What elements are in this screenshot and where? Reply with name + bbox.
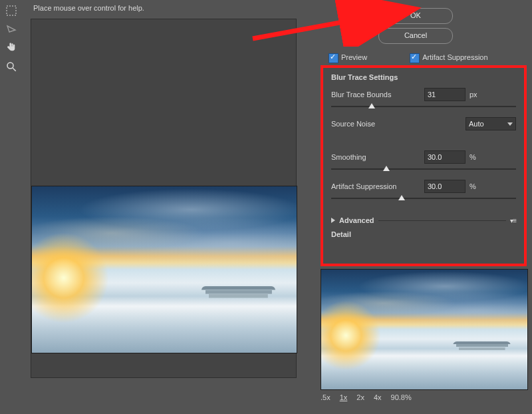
- right-panel: OK Cancel Preview Artifact Suppression B…: [299, 0, 532, 414]
- smoothing-label: Smoothing: [331, 153, 424, 161]
- zoom-100[interactable]: 1x: [340, 393, 348, 401]
- zoom-50[interactable]: .5x: [321, 393, 331, 401]
- left-toolbar: [0, 0, 23, 414]
- svg-rect-0: [7, 6, 16, 15]
- suppression-row: Artifact Suppression 30.0 %: [331, 180, 516, 193]
- chevron-down-icon: [507, 122, 513, 126]
- smoothing-row: Smoothing 30.0 %: [331, 150, 516, 164]
- bounds-slider[interactable]: [331, 103, 516, 110]
- smoothing-unit: %: [469, 153, 485, 161]
- hand-tool-icon[interactable]: [3, 40, 19, 56]
- bounds-input[interactable]: 31: [424, 88, 466, 101]
- zoom-bar: .5x 1x 2x 4x 90.8%: [321, 391, 527, 403]
- checkbox-icon: [329, 53, 338, 63]
- preview-checkbox-label: Preview: [341, 53, 367, 61]
- zoom-400[interactable]: 4x: [374, 393, 382, 401]
- panel-menu-icon[interactable]: ▾≡: [510, 217, 516, 224]
- advanced-label: Advanced: [339, 216, 374, 224]
- smoothing-input[interactable]: 30.0: [424, 150, 466, 164]
- preview-image: [31, 186, 297, 353]
- advanced-row[interactable]: Advanced ▾≡: [331, 214, 516, 226]
- ok-button[interactable]: OK: [378, 8, 453, 24]
- help-bar: Place mouse over control for help.: [31, 4, 297, 15]
- zoom-tool-icon[interactable]: [3, 59, 19, 75]
- bounds-label: Blur Trace Bounds: [331, 91, 424, 99]
- marquee-tool-icon[interactable]: [3, 3, 19, 19]
- checkbox-icon: [410, 53, 420, 63]
- preview-checkbox[interactable]: Preview: [326, 53, 367, 63]
- preview-area[interactable]: [31, 19, 297, 378]
- triangle-right-icon: [331, 218, 335, 223]
- noise-label: Source Noise: [331, 120, 424, 128]
- noise-row: Source Noise Auto: [331, 117, 516, 130]
- bounds-row: Blur Trace Bounds 31 px: [331, 88, 516, 101]
- suppression-slider[interactable]: [331, 194, 516, 202]
- smoothing-slider[interactable]: [331, 165, 516, 173]
- cancel-button[interactable]: Cancel: [378, 28, 453, 44]
- detail-title: Detail: [331, 230, 516, 238]
- blur-trace-settings-panel: Blur Trace Settings Blur Trace Bounds 31…: [321, 65, 527, 266]
- lasso-tool-icon[interactable]: [3, 21, 19, 37]
- suppression-label: Artifact Suppression: [331, 182, 424, 190]
- svg-line-2: [13, 68, 16, 71]
- bounds-unit: px: [469, 91, 485, 99]
- suppression-unit: %: [469, 182, 485, 190]
- zoom-200[interactable]: 2x: [356, 393, 364, 401]
- checkbox-row: Preview Artifact Suppression: [326, 53, 532, 63]
- suppression-input[interactable]: 30.0: [424, 180, 466, 193]
- noise-value: Auto: [469, 120, 484, 128]
- zoom-value: 90.8%: [391, 393, 412, 401]
- noise-dropdown[interactable]: Auto: [466, 117, 516, 130]
- help-text: Place mouse over control for help.: [33, 4, 144, 12]
- settings-title: Blur Trace Settings: [331, 73, 516, 81]
- svg-point-1: [7, 63, 13, 69]
- artifact-checkbox-label: Artifact Suppression: [422, 53, 487, 61]
- detail-thumbnail[interactable]: [321, 269, 528, 390]
- artifact-checkbox[interactable]: Artifact Suppression: [407, 53, 487, 63]
